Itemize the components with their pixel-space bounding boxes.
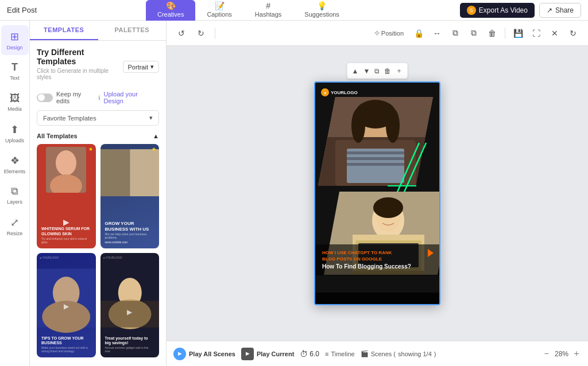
svg-point-35 [373,197,403,218]
sidebar-design-label: Design [6,45,22,50]
template-card-1[interactable]: ▶ ★ WHITENING SERUM FOR GLOWING SKIN Try… [37,144,96,248]
export-label: Export As Video [479,6,528,14]
tab-creatives[interactable]: 🎨 Creatives [146,0,195,21]
t4-title: Treat yourself today to big savings! [105,336,155,346]
delete-layer-button[interactable]: 🗑 [383,66,392,76]
t1-subtitle: Try and enhance your skin's natural glow… [41,237,91,244]
clock-icon: ⏱ [300,349,308,359]
canvas-title-area: HOW I USE CHATGPT TO RANK BLOG POSTS ON … [315,244,439,275]
sidebar-item-media[interactable]: 🖼 Media [1,87,29,117]
tab-suggestions[interactable]: 💡 Suggestions [293,0,351,21]
layer-up-button[interactable]: ▲ [351,66,360,76]
sidebar-item-layers[interactable]: ⧉ Layers [1,180,29,210]
toolbar-separator-1 [215,28,215,39]
layer-down-button[interactable]: ▼ [362,66,372,76]
t4-logo: ● YOURLOGO [103,256,122,259]
top-nav-right: S Export As Video ↗ Share [460,3,581,18]
sidebar-item-elements[interactable]: ❖ Elements [1,149,29,179]
panel-content: Try Different Templates Click to Generat… [30,41,166,366]
play-current-icon: ▶ [241,348,254,360]
chevron-up-icon: ▲ [153,133,159,139]
sidebar-elements-label: Elements [4,169,26,174]
chevron-down-icon: ▾ [149,114,153,122]
panel-tab-palettes[interactable]: PALETTES [98,21,167,40]
svg-point-1 [56,150,76,176]
sidebar-item-text[interactable]: T Text [1,56,29,86]
layers-icon: ⧉ [11,185,18,197]
orientation-select[interactable]: Portrait ▾ [123,61,159,73]
t3-title: TIPS TO GROW YOUR BUSINESS [41,336,91,346]
fullscreen-button[interactable]: ⛶ [528,25,544,41]
hashtags-icon: # [266,1,270,10]
canvas-title-line1: HOW I USE CHATGPT TO RANK [322,250,432,256]
template-card-3[interactable]: ● YOURLOGO ▶ TIPS TO GROW YOUR BUSINESS … [37,253,96,357]
t2-title: GROW YOUR BUSINESS WITH US [105,221,155,232]
timeline-label: Timeline [331,351,354,357]
panel-subtitle: Click to Generate in multiple styles [37,68,123,80]
upload-design-link[interactable]: Upload your Design [104,91,159,104]
tab-captions[interactable]: 📝 Captions [195,0,243,21]
play-current-button[interactable]: ▶ Play Current [241,348,294,360]
svg-point-19 [386,108,400,143]
play-all-icon: ▶ [173,348,186,360]
timeline-button[interactable]: ≡ Timeline [325,351,355,357]
panel-tab-templates[interactable]: TEMPLATES [30,21,98,40]
save-button[interactable]: 💾 [510,25,526,41]
svg-rect-4 [100,149,130,196]
keep-edits-label: Keep my edits ℹ [56,91,100,104]
template-card-4[interactable]: ● YOURLOGO ▶ Treat yourself today to big… [100,253,160,357]
info-icon: ℹ [98,95,100,101]
uploads-icon: ⬆ [10,123,19,136]
post-canvas-toolbar: ▲ ▼ ⧉ 🗑 ＋ [347,63,408,79]
sidebar-item-uploads[interactable]: ⬆ Uploads [1,118,29,148]
flip-button[interactable]: ↔ [429,25,445,41]
delete-button[interactable]: 🗑 [484,25,500,41]
text-icon: T [11,61,18,73]
sidebar-item-resize[interactable]: ⤢ Resize [1,211,29,241]
timeline-icon: ≡ [325,351,328,357]
tab-hashtags[interactable]: # Hashtags [243,0,293,21]
share-button[interactable]: ↗ Share [539,3,581,18]
play-all-label: Play All Scenes [189,351,235,357]
sidebar-text-label: Text [10,75,20,81]
play-all-scenes-button[interactable]: ▶ Play All Scenes [173,348,235,360]
zoom-in-button[interactable]: ＋ [572,348,581,360]
scenes-label: Scenes ( [371,351,396,357]
time-display: ⏱ 6.0 [300,349,319,359]
sidebar-resize-label: Resize [7,231,23,236]
tab-captions-label: Captions [207,11,231,18]
tab-suggestions-label: Suggestions [304,11,339,18]
svg-rect-5 [130,149,159,196]
group-button[interactable]: ⧉ [447,25,463,41]
keep-edits-toggle[interactable] [37,94,53,102]
scenes-button[interactable]: 🎬 Scenes ( showing 1/4 ) [361,350,436,357]
add-layer-button[interactable]: ＋ [394,65,404,77]
lock-button[interactable]: 🔒 [411,25,427,41]
export-video-button[interactable]: S Export As Video [460,3,535,18]
canvas-wrapper: ▲ ▼ ⧉ 🗑 ＋ ● YOURLOGO [314,81,440,305]
duplicate-layer-button[interactable]: ⧉ [373,66,381,76]
all-templates-header[interactable]: All Templates ▲ [37,133,159,139]
scenes-count: showing 1/4 [398,351,432,357]
elements-icon: ❖ [10,154,20,167]
position-button[interactable]: ⊹ Position [370,25,408,41]
t3-logo: ● YOURLOGO [40,256,59,259]
sidebar-item-design[interactable]: ⊞ Design [1,25,29,55]
canvas-subtitle: How To Find Blogging Success? [322,263,432,270]
template-card-2[interactable]: ★ GROW YOUR BUSINESS WITH US We can help… [100,144,160,248]
undo-button[interactable]: ↺ [173,25,189,41]
svg-point-18 [351,108,365,143]
copy-button[interactable]: ⧉ [466,25,482,41]
zoom-out-button[interactable]: － [542,348,551,360]
canvas-content: ▲ ▼ ⧉ 🗑 ＋ ● YOURLOGO [167,46,588,341]
redo-button[interactable]: ↻ [193,25,209,41]
t3-subtitle: Make your business stand out with a stro… [41,346,91,353]
post-canvas: ● YOURLOGO [314,81,440,305]
design-icon: ⊞ [10,30,19,43]
top-nav-left: Edit Post [7,6,37,14]
favorites-dropdown[interactable]: Favorite Templates ▾ [37,110,159,126]
svg-rect-21 [347,151,404,154]
close-canvas-button[interactable]: ✕ [547,25,563,41]
sidebar-uploads-label: Uploads [5,138,24,143]
refresh-button[interactable]: ↻ [565,25,581,41]
